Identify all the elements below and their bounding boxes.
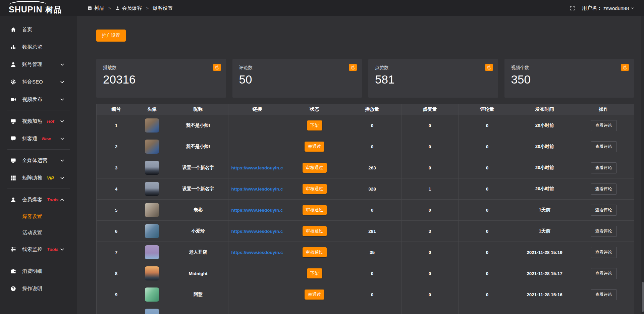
sidebar-item-badge: VIP: [47, 175, 54, 180]
stat-card-comments: 评论数 50 总: [232, 59, 362, 98]
status-badge[interactable]: 未通过: [305, 290, 324, 300]
sidebar-item-douketong[interactable]: 抖客通New: [0, 130, 77, 147]
cell-action: 查看评论: [573, 115, 634, 136]
status-badge[interactable]: 审核通过: [303, 163, 327, 173]
cell-id: 9: [97, 284, 136, 305]
column-header: 链接: [228, 104, 286, 115]
cell-comments: 0: [459, 263, 516, 284]
cell-likes: 3: [401, 221, 459, 242]
cell-action: 查看评论: [573, 242, 634, 263]
breadcrumb-separator: >: [146, 6, 149, 11]
stats-row: 播放数 20316 总 评论数 50 总 点赞数 581 总 视频个数 350 …: [96, 59, 634, 98]
wallet-icon: [10, 268, 16, 274]
view-comments-button[interactable]: 查看评论: [591, 162, 617, 173]
cell-nickname: 我不是小帅!: [168, 115, 228, 136]
status-badge[interactable]: 审核通过: [303, 184, 327, 194]
cell-status: 审核通过: [286, 157, 343, 178]
person-icon: [115, 6, 120, 11]
breadcrumb-item-root[interactable]: 树品: [87, 5, 104, 11]
sidebar-item-data-overview[interactable]: 数据总览: [0, 38, 77, 56]
video-link[interactable]: https://www.iesdouyin.c: [231, 187, 283, 192]
sidebar-item-clue-monitor[interactable]: 线索监控Tools: [0, 241, 77, 258]
breadcrumb-item-member[interactable]: 会员爆客: [115, 5, 142, 11]
sidebar-item-video-publish[interactable]: 视频发布: [0, 91, 77, 108]
promo-settings-button[interactable]: 推广设置: [96, 30, 126, 42]
cell-comments: 0: [459, 178, 516, 200]
stat-value: 20316: [103, 73, 219, 86]
cell-nickname: 小爱玲: [168, 221, 228, 242]
cell-status: 审核通过: [286, 221, 343, 242]
cell-action: 查看评论: [573, 136, 634, 157]
chevron-down-icon: [59, 157, 65, 164]
cell-time: 1天前: [516, 221, 573, 242]
column-header: 操作: [573, 104, 634, 115]
status-badge[interactable]: 下架: [307, 268, 322, 278]
column-header: 昵称: [168, 104, 228, 115]
fullscreen-icon[interactable]: [570, 5, 575, 11]
sidebar-item-douyin-seo[interactable]: 抖音SEO: [0, 73, 77, 91]
status-badge[interactable]: 审核通过: [303, 226, 327, 236]
sidebar-divider: [7, 189, 70, 189]
view-comments-button[interactable]: 查看评论: [591, 120, 617, 131]
sidebar-item-help[interactable]: 操作说明: [0, 280, 77, 297]
sidebar-item-consume-detail[interactable]: 消费明细: [0, 262, 77, 280]
logo: SHUPIN 树品: [0, 1, 77, 15]
cell-likes: 0: [401, 263, 459, 284]
cell-comments: 0: [459, 221, 516, 242]
video-link[interactable]: https://www.iesdouyin.c: [231, 229, 283, 234]
status-badge[interactable]: 下架: [307, 120, 322, 130]
sidebar-subitem-activity-settings[interactable]: 活动设置: [0, 224, 77, 241]
status-badge[interactable]: 审核通过: [303, 205, 327, 215]
view-comments-button[interactable]: 查看评论: [591, 184, 617, 195]
video-link[interactable]: https://www.iesdouyin.c: [231, 165, 283, 170]
cell-nickname: 设置一个新名字: [168, 178, 228, 200]
avatar: [145, 182, 159, 196]
view-comments-button[interactable]: 查看评论: [591, 247, 617, 258]
video-link[interactable]: https://www.iesdouyin.c: [231, 250, 283, 255]
status-badge[interactable]: 未通过: [305, 142, 324, 152]
cell-nickname: 阿慧: [168, 284, 228, 305]
grid-icon: [10, 175, 16, 181]
cell-link: https://www.iesdouyin.c: [228, 178, 286, 200]
main-content: 推广设置 播放数 20316 总 评论数 50 总 点赞数 581 总 视频个数…: [77, 16, 644, 314]
breadcrumb-item-current: 爆客设置: [153, 5, 173, 11]
sidebar-item-matrix-boost[interactable]: 矩阵助推VIP: [0, 169, 77, 187]
view-comments-button[interactable]: 查看评论: [591, 289, 617, 300]
view-comments-button[interactable]: 查看评论: [591, 205, 617, 216]
avatar: [145, 203, 159, 217]
sidebar-divider: [7, 110, 70, 110]
avatar: [145, 140, 159, 154]
video-link[interactable]: https://www.iesdouyin.c: [231, 208, 283, 213]
column-header: 播放量: [343, 104, 401, 115]
view-comments-button[interactable]: 查看评论: [591, 226, 617, 237]
total-badge: 总: [349, 64, 357, 71]
cell-nickname: 老人开店: [168, 242, 228, 263]
sidebar-item-home[interactable]: 首页: [0, 21, 77, 38]
sidebar-item-media-operation[interactable]: 全媒体运营: [0, 152, 77, 169]
sidebar-subitem-baoke-settings[interactable]: 爆客设置: [0, 208, 77, 224]
app-icon: [87, 6, 92, 11]
view-comments-button[interactable]: 查看评论: [591, 141, 617, 152]
cell-plays: [343, 305, 401, 314]
sidebar-item-video-heat[interactable]: 视频加热Hot: [0, 112, 77, 130]
heat-icon: [10, 118, 16, 124]
sidebar: 首页 数据总览 账号管理 抖音SEO 视频发布 视频加热Hot 抖客通New 全…: [0, 16, 77, 314]
view-comments-button[interactable]: 查看评论: [591, 268, 617, 279]
table-row: 1 我不是小帅! 下架 0 0 0 20小时前 查看评论: [97, 115, 634, 136]
cell-likes: 0: [401, 115, 459, 136]
table-row: 2 我不是小帅! 未通过 0 0 0 20小时前 查看评论: [97, 136, 634, 157]
user-menu[interactable]: 用户名：zswodun88: [582, 5, 635, 11]
cell-id: 2: [97, 136, 136, 157]
status-badge[interactable]: 审核通过: [303, 247, 327, 257]
cell-id: 1: [97, 115, 136, 136]
sidebar-item-account-manage[interactable]: 账号管理: [0, 56, 77, 73]
cell-action: 查看评论: [573, 178, 634, 200]
scrollbar-thumb[interactable]: [642, 282, 644, 312]
cell-comments: 0: [459, 284, 516, 305]
cell-comments: 0: [459, 115, 516, 136]
sidebar-item-member-baoke[interactable]: 会员爆客Tools: [0, 191, 77, 208]
cell-plays: 0: [343, 200, 401, 221]
username-label: 用户名：: [582, 5, 602, 11]
cell-nickname: 老彬: [168, 200, 228, 221]
cell-action: 查看评论: [573, 200, 634, 221]
